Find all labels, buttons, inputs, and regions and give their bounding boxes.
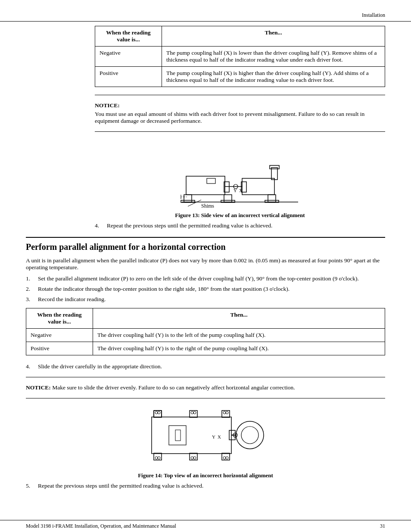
- svg-rect-14: [207, 178, 215, 184]
- table2-col1-header: When the reading value is...: [26, 308, 93, 329]
- step5-num: 5.: [26, 482, 38, 489]
- svg-point-33: [226, 411, 228, 414]
- notice2-text: NOTICE: Make sure to slide the driver ev…: [26, 384, 385, 391]
- step-list-3: 4. Slide the driver carefully in the app…: [26, 363, 385, 370]
- x-label: X: [239, 188, 243, 193]
- footer-right: 31: [380, 523, 385, 529]
- step-list-2: 1. Set the parallel alignment indicator …: [26, 275, 385, 303]
- svg-point-27: [158, 411, 160, 414]
- svg-text:Y: Y: [212, 434, 215, 439]
- svg-point-38: [191, 457, 193, 459]
- step4-num: 4.: [95, 222, 107, 229]
- table-row: Positive The driver coupling half (Y) is…: [26, 342, 385, 355]
- table1-row2-col2: The pump coupling half (X) is higher tha…: [162, 67, 385, 87]
- table-row: Negative The driver coupling half (Y) is…: [26, 329, 385, 342]
- figure13-svg: Y X Shims: [177, 140, 302, 208]
- step-item-2: 2. Rotate the indicator through the top-…: [26, 286, 385, 292]
- table2-row1-col1: Negative: [26, 329, 93, 342]
- table2-col2-header: Then...: [93, 308, 385, 329]
- notice1-label: NOTICE:: [95, 102, 385, 109]
- svg-rect-28: [190, 411, 197, 417]
- figure13-caption: Figure 13: Side view of an incorrect ver…: [95, 212, 385, 219]
- section-heading: Perform parallel alignment for a horizon…: [26, 237, 385, 252]
- step-item-1: 1. Set the parallel alignment indicator …: [26, 275, 385, 282]
- svg-rect-47: [175, 430, 181, 441]
- step4b-text: Slide the driver carefully in the approp…: [38, 363, 162, 370]
- page-header: Installation: [0, 9, 411, 22]
- svg-text:X: X: [218, 434, 221, 439]
- section2-container: Perform parallel alignment for a horizon…: [0, 237, 411, 489]
- step-item-4: 4. Repeat the previous steps until the p…: [95, 222, 385, 229]
- page: Installation When the reading value is..…: [0, 0, 411, 532]
- main-content: When the reading value is... Then... Neg…: [0, 26, 411, 229]
- step3-text: Record the indicator reading.: [38, 296, 106, 303]
- step-item-3: 3. Record the indicator reading.: [26, 296, 385, 303]
- svg-point-30: [193, 411, 196, 414]
- svg-rect-34: [154, 453, 162, 460]
- svg-rect-6: [265, 200, 279, 202]
- table1-row1-col2: The pump coupling half (X) is lower than…: [162, 47, 385, 67]
- table1-row1-col1: Negative: [95, 47, 162, 67]
- svg-rect-40: [222, 453, 230, 460]
- figure14-svg: Y X: [143, 406, 268, 469]
- figure13-container: Y X Shims: [95, 140, 385, 208]
- svg-rect-8: [242, 178, 274, 195]
- divider-1: [95, 95, 385, 95]
- divider-2: [95, 131, 385, 132]
- svg-point-21: [241, 426, 258, 444]
- table2-row2-col2: The driver coupling half (Y) is to the r…: [93, 342, 385, 355]
- figure14-container: Y X: [26, 406, 385, 469]
- svg-rect-46: [169, 426, 186, 445]
- step2-num: 2.: [26, 286, 38, 292]
- table-row: Negative The pump coupling half (X) is l…: [95, 47, 385, 67]
- step4b-num: 4.: [26, 363, 38, 370]
- svg-point-35: [155, 457, 158, 459]
- table-vertical-alignment: When the reading value is... Then... Neg…: [95, 26, 385, 87]
- svg-point-39: [193, 457, 196, 459]
- step1-text: Set the parallel alignment indicator (P)…: [38, 275, 359, 282]
- step-item-5: 5. Repeat the previous steps until the p…: [26, 482, 385, 489]
- svg-point-29: [191, 411, 193, 414]
- footer-left: Model 3198 i-FRAME Installation, Operati…: [26, 523, 176, 529]
- table1-col2-header: Then...: [162, 26, 385, 47]
- table2-row2-col1: Positive: [26, 342, 93, 355]
- svg-point-36: [158, 457, 160, 459]
- divider-3: [26, 377, 385, 377]
- page-footer: Model 3198 i-FRAME Installation, Operati…: [0, 520, 411, 532]
- figure14-caption: Figure 14: Top view of an incorrect hori…: [26, 472, 385, 479]
- svg-rect-7: [186, 176, 225, 195]
- step-list-1: 4. Repeat the previous steps until the p…: [95, 222, 385, 229]
- svg-point-20: [236, 421, 264, 449]
- svg-point-32: [223, 411, 226, 414]
- svg-rect-4: [221, 200, 235, 202]
- svg-rect-12: [271, 168, 277, 180]
- svg-rect-37: [190, 453, 197, 460]
- shims-label-svg: Shims: [201, 203, 214, 208]
- table2-row1-col2: The driver coupling half (Y) is to the l…: [93, 329, 385, 342]
- divider-4: [26, 398, 385, 398]
- table1-col1-header: When the reading value is...: [95, 26, 162, 47]
- notice2-label: NOTICE:: [26, 384, 51, 391]
- notice1-text: You must use an equal amount of shims wi…: [95, 111, 385, 124]
- svg-rect-1: [184, 195, 192, 202]
- svg-rect-3: [224, 195, 232, 202]
- table1-row2-col1: Positive: [95, 67, 162, 87]
- step-item-4b: 4. Slide the driver carefully in the app…: [26, 363, 385, 370]
- step1-num: 1.: [26, 275, 38, 282]
- svg-rect-5: [268, 195, 276, 202]
- svg-rect-22: [154, 411, 162, 417]
- svg-rect-2: [181, 200, 195, 202]
- svg-point-42: [226, 457, 228, 459]
- table-row: Positive The pump coupling half (X) is h…: [95, 67, 385, 87]
- step5-text: Repeat the previous steps until the perm…: [38, 482, 203, 489]
- svg-point-41: [223, 457, 226, 459]
- step-list-4: 5. Repeat the previous steps until the p…: [26, 482, 385, 489]
- step2-text: Rotate the indicator through the top-cen…: [38, 286, 290, 292]
- section-intro: A unit is in parallel alignment when the…: [26, 257, 385, 271]
- step3-num: 3.: [26, 296, 38, 303]
- svg-rect-31: [222, 411, 230, 417]
- svg-point-26: [155, 411, 158, 414]
- step4-text: Repeat the previous steps until the perm…: [107, 222, 272, 229]
- header-text: Installation: [362, 12, 385, 18]
- table-horizontal-alignment: When the reading value is... Then... Neg…: [26, 308, 385, 355]
